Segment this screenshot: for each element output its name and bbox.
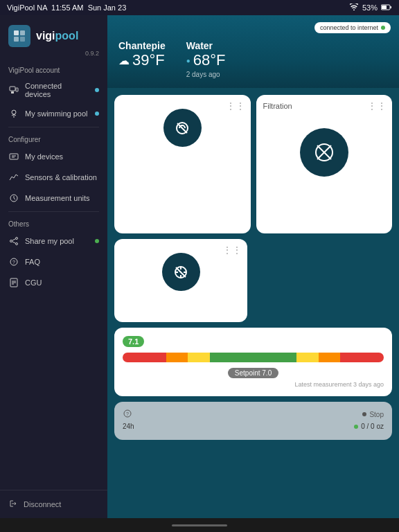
divider-1 [8,127,99,127]
sidebar-item-share-pool[interactable]: Share my pool [0,231,107,251]
disconnect-button[interactable]: Disconnect [0,490,107,518]
sidebar-item-faq[interactable]: ? FAQ [0,251,107,272]
sidebar-item-cgu[interactable]: CGU [0,272,107,293]
svg-line-16 [14,198,15,200]
sensors-icon [8,172,19,183]
dose-amount: 0 / 0 oz [354,423,384,430]
location-label: Chantepie [118,40,166,51]
connected-devices-label: Connected devices [25,82,89,98]
sidebar-logo: vigipool [0,15,107,54]
filtration-card: Filtration ⋮⋮ [256,95,393,233]
internet-dot [381,26,385,30]
days-ago: 2 days ago [186,71,226,78]
disconnect-icon [8,499,18,510]
ph-setpoint-badge: Setpoint 7.0 [228,368,278,378]
sidebar: vigipool 0.9.2 VigiPool account Connecte… [0,15,107,518]
my-devices-label: My devices [25,152,63,161]
ph-badge: 7.1 [123,336,144,347]
svg-point-17 [16,238,18,240]
svg-point-18 [10,240,12,242]
bottom-left-menu-icon[interactable]: ⋮⋮ [222,245,242,256]
sidebar-item-connected-devices[interactable]: Connected devices [0,77,107,103]
dosing-time: 24h [123,423,134,430]
svg-point-10 [12,110,16,114]
ph-setpoint-row: Setpoint 7.0 [123,368,384,378]
svg-rect-2 [391,6,392,8]
dosing-top-row: ? Stop [123,409,384,420]
sidebar-item-my-devices[interactable]: My devices [0,146,107,167]
air-temp: 39°F [132,51,165,69]
share-pool-label: Share my pool [25,237,74,245]
top-left-card-menu-icon[interactable]: ⋮⋮ [226,100,245,112]
svg-rect-8 [11,91,14,94]
bottom-cards-row: ⋮⋮ [114,239,392,322]
cloud-icon: ☁ [118,54,130,67]
svg-rect-7 [10,87,15,91]
ph-header: 7.1 [123,336,384,347]
sidebar-spacer [0,293,107,490]
ph-bar [123,353,384,362]
filtration-circle [300,128,348,177]
ph-latest: Latest measurement 3 days ago [123,381,384,388]
spacer-right [253,239,392,322]
top-left-device-circle [163,109,202,147]
battery-text: 53% [362,3,378,12]
internet-badge-text: connected to internet [320,24,378,31]
swimming-pool-icon [8,108,19,119]
dosing-help[interactable]: ? [123,409,132,420]
water-label: Water [186,40,226,51]
sensors-label: Sensors & calibration [25,173,97,181]
sidebar-item-measurement-units[interactable]: Measurement units [0,188,107,209]
status-bar: VigiPool NA 11:55 AM Sun Jan 23 53% [0,0,399,15]
home-indicator [172,524,227,526]
bottom-bar [0,518,399,532]
wifi-icon [349,3,359,12]
svg-text:?: ? [126,411,129,416]
cards-area: ⋮⋮ Filtration ⋮⋮ [107,88,399,447]
ph-bar-red-right [340,353,384,362]
faq-label: FAQ [25,258,40,266]
ph-bar-orange2 [319,353,340,362]
disconnect-label: Disconnect [24,500,61,508]
connected-devices-dot [95,88,99,92]
dosing-card: ? Stop 24h 0 / 0 oz [114,402,392,440]
weather-air: Chantepie ☁ 39°F [118,40,166,78]
svg-rect-4 [20,30,25,35]
ph-bar-green [210,353,297,362]
swimming-pool-label: My swimming pool [25,109,87,118]
swimming-pool-dot [95,112,99,116]
dosing-bottom-row: 24h 0 / 0 oz [123,423,384,430]
share-pool-dot [95,239,99,243]
faq-icon: ? [8,256,19,267]
svg-rect-3 [14,30,19,35]
internet-badge: connected to internet [314,22,391,33]
weather-water: Water ● 68°F 2 days ago [186,40,226,78]
svg-rect-6 [20,37,25,42]
top-cards-row: ⋮⋮ Filtration ⋮⋮ [114,95,392,233]
divider-2 [8,211,99,212]
measurement-icon [8,193,19,204]
svg-rect-5 [14,37,19,42]
status-icons: 53% [349,3,392,12]
svg-line-20 [12,239,15,241]
section-title-others: Others [0,215,107,231]
sidebar-item-sensors[interactable]: Sensors & calibration [0,167,107,188]
water-temp: 68°F [193,51,226,69]
cgu-label: CGU [25,278,42,287]
bottom-left-card: ⋮⋮ [114,239,247,322]
stop-label: Stop [369,411,384,418]
svg-rect-11 [10,154,18,159]
measurement-units-label: Measurement units [25,194,90,202]
stop-dot [362,412,366,416]
carrier-time: VigiPool NA 11:55 AM Sun Jan 23 [7,3,126,12]
filtration-menu-icon[interactable]: ⋮⋮ [367,100,387,112]
sidebar-item-swimming-pool[interactable]: My swimming pool [0,103,107,124]
logo-text: vigipool [36,30,78,42]
connected-devices-icon [8,85,19,96]
stop-badge: Stop [362,411,384,418]
cgu-icon [8,277,19,288]
ph-card: 7.1 Setpoint 7.0 Latest measurement 3 da… [114,328,392,396]
section-title-configurer: Configurer [0,130,107,146]
ph-bar-yellow2 [296,353,318,362]
app-container: vigipool 0.9.2 VigiPool account Connecte… [0,15,399,518]
